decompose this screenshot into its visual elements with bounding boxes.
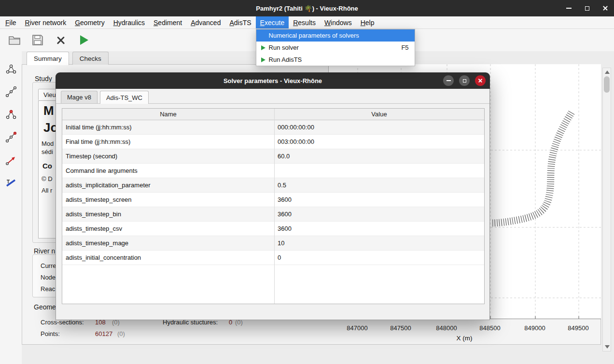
dialog-titlebar: Solver parameters - Vieux-Rhône (56, 72, 490, 89)
table-row[interactable]: Final time (jj:hh:mm:ss) 003:00:00:00 (62, 135, 484, 149)
tab-mage-v8[interactable]: Mage v8 (61, 91, 98, 103)
dialog-minimize-button[interactable] (443, 75, 454, 86)
open-folder-icon (8, 35, 21, 45)
column-header-name[interactable]: Name (62, 109, 274, 120)
tab-summary[interactable]: Summary (27, 52, 69, 65)
param-value-cell[interactable]: 3600 (274, 207, 484, 221)
param-value-cell[interactable]: 000:00:00:00 (274, 120, 484, 134)
study-text-fragment: © D (42, 175, 53, 182)
vertical-scrollbar[interactable] (602, 68, 611, 351)
table-row[interactable]: Initial time (jj:hh:mm:ss) 000:00:00:00 (62, 120, 484, 135)
param-name-cell: adists_timestep_csv (62, 222, 274, 236)
table-row[interactable]: adists_timestep_csv 3600 (62, 222, 484, 236)
dialog-maximize-button[interactable] (459, 75, 470, 86)
geometry-group-label: Geome (33, 303, 57, 311)
x-tick-label: 849500 (568, 324, 588, 332)
river-network-tool-button[interactable] (4, 62, 18, 76)
menu-hydraulics[interactable]: Hydraulics (109, 16, 149, 28)
study-heading-fragment: M (43, 103, 54, 118)
param-value-cell[interactable]: 0.5 (274, 178, 484, 192)
tab-adis-ts-wc[interactable]: Adis-TS_WC (100, 91, 149, 104)
sections-tool-button[interactable] (4, 107, 18, 122)
table-row[interactable]: Command line arguments (62, 164, 484, 178)
menu-file[interactable]: File (1, 16, 21, 28)
column-divider (274, 109, 275, 304)
menu-adists[interactable]: AdisTS (225, 16, 255, 28)
menu-item-label: Numerical parameters of solvers (269, 32, 359, 39)
menu-river-network[interactable]: River network (21, 16, 71, 28)
save-button[interactable] (30, 32, 45, 48)
close-button[interactable] (600, 2, 611, 14)
param-value-cell[interactable]: 60.0 (274, 149, 484, 163)
menu-item-label: AdisTS (229, 19, 251, 27)
window-title: Pamhyr2 (Tahiti 🌴) - Vieux-Rhône (256, 5, 358, 12)
menu-advanced[interactable]: Advanced (186, 16, 225, 28)
tab-checks[interactable]: Checks (72, 52, 109, 65)
dialog-tabbar: Mage v8 Adis-TS_WC (61, 91, 149, 103)
param-value-cell[interactable]: 3600 (274, 222, 484, 236)
param-name-cell: adists_timestep_mage (62, 236, 274, 250)
param-value-cell[interactable]: 3600 (274, 193, 484, 207)
study-text-fragment: Mod (42, 140, 54, 147)
menu-execute[interactable]: Execute Numerical parameters of solvers … (256, 16, 289, 28)
maximize-icon (463, 79, 466, 83)
play-icon (261, 57, 265, 62)
menu-item-label: Geometry (75, 19, 104, 27)
table-row[interactable]: adists_timestep_bin 3600 (62, 207, 484, 222)
profile-tool-button[interactable] (4, 84, 18, 99)
points-label: Points: (41, 330, 60, 337)
menu-sediment[interactable]: Sediment (149, 16, 186, 28)
slope-tool-button[interactable] (4, 153, 18, 167)
menu-item-label: Run solver (269, 44, 299, 51)
table-row[interactable]: adists_timestep_mage 10 (62, 236, 484, 251)
run-play-icon (80, 35, 88, 45)
open-file-button[interactable] (7, 32, 22, 48)
solver-parameters-dialog: Solver parameters - Vieux-Rhône Mage v8 … (56, 72, 490, 320)
reach-tool-button[interactable] (4, 130, 18, 144)
param-value-cell[interactable] (274, 164, 484, 178)
menu-help[interactable]: Help (356, 16, 379, 28)
param-value-cell[interactable]: 10 (274, 236, 484, 250)
menu-item-label: River network (25, 19, 67, 27)
menu-windows[interactable]: Windows (320, 16, 356, 28)
ascending-line-icon (5, 85, 17, 98)
param-value-cell[interactable]: 0 (274, 251, 484, 265)
scroll-up-icon[interactable] (605, 70, 610, 74)
shortcut-label: F5 (401, 44, 408, 51)
scroll-down-icon[interactable] (605, 345, 610, 349)
maximize-icon (585, 6, 589, 11)
maximize-button[interactable] (581, 2, 593, 14)
run-solver-button[interactable] (76, 32, 92, 48)
red-arrow-icon (5, 154, 17, 166)
table-row[interactable]: adists_initial_concentration 0 (62, 251, 484, 265)
close-icon (478, 78, 483, 83)
menu-item-run-adists[interactable]: Run AdisTS (256, 54, 415, 66)
x-tick-label: 848000 (436, 324, 457, 332)
execute-dropdown-menu: Numerical parameters of solvers Run solv… (256, 29, 415, 66)
translation-tool-button[interactable] (4, 175, 18, 190)
scrollbar-thumb[interactable] (604, 76, 610, 93)
minimize-button[interactable] (563, 2, 574, 14)
menu-item-run-solver[interactable]: Run solver F5 (256, 42, 415, 54)
menu-item-label: Execute (260, 19, 285, 27)
close-project-button[interactable] (53, 32, 69, 48)
menu-item-label: Windows (324, 19, 352, 27)
menu-item-label: File (5, 19, 16, 27)
dialog-title: Solver parameters - Vieux-Rhône (223, 77, 322, 84)
table-row[interactable]: adists_implicitation_parameter 0.5 (62, 178, 484, 193)
table-row[interactable]: adists_timestep_screen 3600 (62, 193, 484, 207)
x-tick-label: 847500 (390, 324, 411, 332)
tab-label: Summary (34, 55, 62, 62)
menu-results[interactable]: Results (289, 16, 320, 28)
table-row[interactable]: Timestep (second) 60.0 (62, 149, 484, 164)
dialog-close-button[interactable] (475, 75, 486, 86)
param-value-cell[interactable]: 003:00:00:00 (274, 135, 484, 149)
param-name-cell: adists_timestep_screen (62, 193, 274, 207)
column-header-value[interactable]: Value (274, 109, 484, 120)
parameters-table: Name Value Initial time (jj:hh:mm:ss) 00… (62, 108, 485, 304)
menu-item-numerical-parameters[interactable]: Numerical parameters of solvers (256, 29, 415, 42)
menu-geometry[interactable]: Geometry (70, 16, 109, 28)
tab-label: Mage v8 (67, 94, 91, 101)
points-value: 60127 (95, 330, 112, 337)
points-extra: (0) (117, 330, 125, 337)
